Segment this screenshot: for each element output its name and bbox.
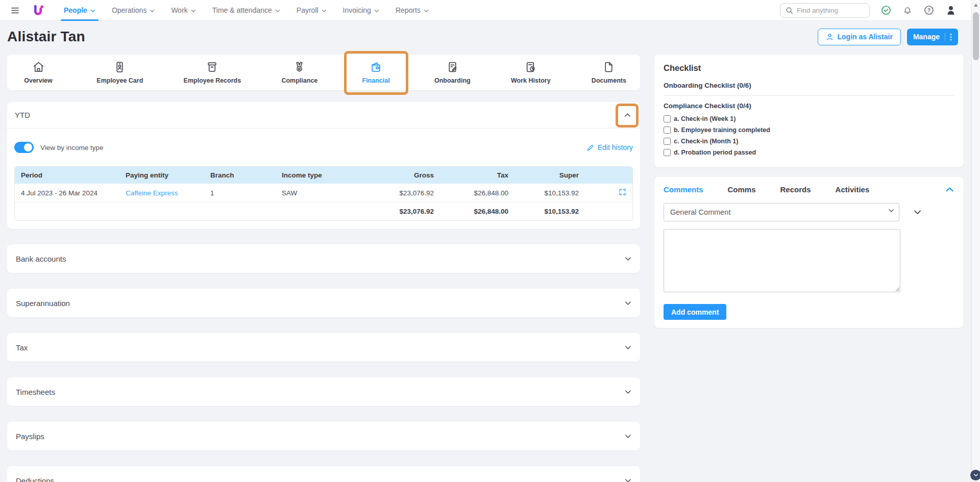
- cell-tax: $26,848.00: [440, 184, 514, 202]
- section-superannuation[interactable]: Superannuation: [7, 289, 640, 317]
- tab-onboarding[interactable]: Onboarding: [434, 61, 471, 84]
- checkbox-check-in-week1[interactable]: [664, 115, 671, 122]
- section-label: Tax: [16, 343, 28, 352]
- help-icon[interactable]: ?: [924, 5, 934, 15]
- col-period: Period: [15, 167, 119, 184]
- section-label: Bank accounts: [16, 255, 66, 263]
- checkbox-probation-passed[interactable]: [664, 149, 671, 156]
- total-tax: $26,848.00: [440, 202, 514, 220]
- nav-item-label: Reports: [396, 6, 421, 14]
- ytd-collapse-button[interactable]: [622, 110, 632, 120]
- document-edit-icon: [446, 61, 459, 73]
- checklist-item-label: b. Employee training completed: [674, 126, 770, 134]
- comments-panel: Comments Comms Records Activities Genera…: [654, 177, 963, 328]
- expand-row-button[interactable]: [619, 188, 626, 196]
- col-branch: Branch: [204, 167, 276, 184]
- manage-button[interactable]: Manage: [907, 29, 958, 45]
- ytd-table: Period Paying entity Branch Income type …: [14, 166, 633, 221]
- tab-records[interactable]: Records: [780, 185, 811, 194]
- tab-activities[interactable]: Activities: [836, 185, 870, 194]
- checkbox-employee-training[interactable]: [664, 126, 671, 134]
- nav-item-reports[interactable]: Reports: [387, 0, 437, 21]
- tab-comms[interactable]: Comms: [728, 185, 756, 194]
- user-avatar[interactable]: [945, 5, 957, 16]
- total-super: $10,153.92: [514, 202, 585, 220]
- nav-item-people[interactable]: People: [56, 0, 104, 21]
- tab-overview[interactable]: Overview: [20, 61, 56, 84]
- nav-item-payroll[interactable]: Payroll: [288, 0, 335, 21]
- tab-employee-records[interactable]: Employee Records: [184, 61, 241, 84]
- col-paying-entity: Paying entity: [119, 167, 204, 184]
- nav-item-invoicing[interactable]: Invoicing: [335, 0, 387, 21]
- cell-super: $10,153.92: [514, 184, 585, 202]
- comment-category-select[interactable]: General Comment: [664, 203, 899, 221]
- search-input[interactable]: [797, 7, 858, 14]
- status-check-icon[interactable]: [881, 5, 891, 15]
- tab-work-history[interactable]: Work History: [511, 61, 551, 84]
- ytd-section: YTD View by income type Edit history: [7, 102, 640, 229]
- section-bank-accounts[interactable]: Bank accounts: [7, 244, 640, 273]
- tab-compliance[interactable]: Compliance: [281, 61, 317, 84]
- chevron-down-icon: [424, 9, 429, 13]
- nav-item-label: Invoicing: [343, 6, 371, 14]
- checklist-item-label: d. Probation period passed: [674, 149, 756, 156]
- hamburger-menu-icon[interactable]: [8, 4, 21, 17]
- chevron-down-icon: [914, 210, 921, 215]
- col-income-type: Income type: [276, 167, 382, 184]
- tab-comments[interactable]: Comments: [664, 185, 703, 194]
- tab-label: Financial: [362, 77, 390, 84]
- section-timesheets[interactable]: Timesheets: [7, 377, 640, 406]
- chevron-down-icon: [322, 9, 327, 13]
- tab-financial[interactable]: Financial: [358, 61, 394, 84]
- section-deductions[interactable]: Deductions: [7, 466, 640, 482]
- tab-label: Compliance: [281, 77, 317, 84]
- tab-employee-card[interactable]: Employee Card: [96, 61, 143, 84]
- edit-history-link[interactable]: Edit history: [586, 143, 633, 151]
- section-label: Timesheets: [16, 388, 55, 396]
- paying-entity-link[interactable]: Caffeine Express: [126, 189, 178, 197]
- comment-textarea[interactable]: [664, 229, 900, 292]
- cell-branch: 1: [204, 184, 276, 202]
- nav-item-label: Time & attendance: [212, 6, 272, 14]
- comments-collapse-button[interactable]: [945, 187, 954, 192]
- section-payslips[interactable]: Payslips: [7, 422, 640, 450]
- section-tax[interactable]: Tax: [7, 333, 640, 362]
- scrollbar-thumb[interactable]: [973, 12, 979, 60]
- nav-item-operations[interactable]: Operations: [104, 0, 163, 21]
- tab-documents[interactable]: Documents: [591, 61, 627, 84]
- add-comment-button[interactable]: Add comment: [664, 304, 726, 320]
- chevron-down-icon: [625, 434, 631, 439]
- app-logo-icon[interactable]: [32, 4, 44, 17]
- notifications-bell-icon[interactable]: [902, 5, 913, 16]
- nav-item-work[interactable]: Work: [163, 0, 204, 21]
- checkbox-check-in-month1[interactable]: [664, 138, 671, 145]
- table-totals-row: $23,076.92 $26,848.00 $10,153.92: [15, 202, 633, 220]
- chevron-down-icon: [625, 301, 631, 306]
- chevron-down-icon: [150, 9, 155, 13]
- view-by-income-type-toggle[interactable]: [14, 142, 34, 153]
- checklist-panel: Checklist Onboarding Checklist (0/6) Com…: [654, 55, 963, 167]
- compliance-checklist-label: Compliance Checklist (0/4): [664, 102, 954, 110]
- scroll-down-button[interactable]: [970, 470, 980, 480]
- scrollbar-up-arrow[interactable]: [974, 4, 978, 7]
- col-actions: [585, 167, 633, 184]
- login-as-button[interactable]: Login as Alistair: [818, 29, 900, 45]
- cell-period: 4 Jul 2023 - 26 Mar 2024: [15, 184, 119, 202]
- global-search: [780, 3, 870, 18]
- cell-income-type: SAW: [276, 184, 382, 202]
- search-icon: [786, 7, 793, 14]
- tab-label: Employee Card: [96, 77, 143, 84]
- chevron-down-icon: [90, 9, 95, 13]
- document-clock-icon: [524, 61, 537, 73]
- page-scrollbar[interactable]: [971, 0, 980, 482]
- top-navbar: People Operations Work Time & attendance…: [0, 0, 980, 21]
- medal-icon: [293, 61, 306, 73]
- kebab-menu-icon[interactable]: [945, 33, 952, 41]
- tab-label: Employee Records: [184, 77, 241, 84]
- pencil-icon: [586, 144, 594, 151]
- checklist-item: d. Probation period passed: [664, 149, 954, 156]
- manage-label: Manage: [913, 33, 940, 41]
- nav-item-label: Payroll: [297, 6, 318, 14]
- nav-item-time-attendance[interactable]: Time & attendance: [204, 0, 288, 21]
- comment-expander-button[interactable]: [914, 210, 921, 215]
